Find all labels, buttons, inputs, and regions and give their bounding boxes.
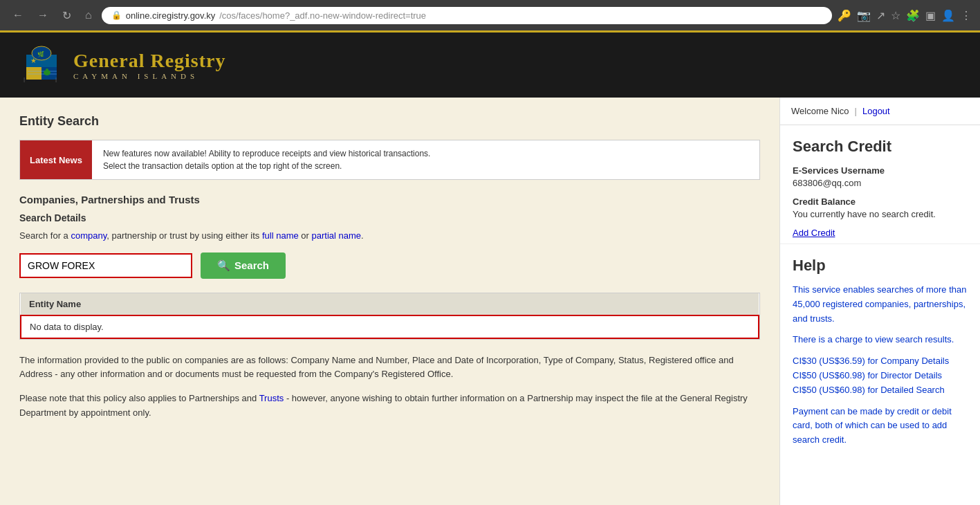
search-credit-section: Search Credit E-Services Username 683806… xyxy=(780,125,980,244)
news-label: Latest News xyxy=(20,140,92,179)
info-text-2: Please note that this policy also applie… xyxy=(19,392,760,421)
svg-point-7 xyxy=(46,68,48,71)
main-layout: Entity Search Latest News New features n… xyxy=(0,98,980,505)
lock-icon: 🔒 xyxy=(111,10,122,20)
search-credit-title: Search Credit xyxy=(793,138,968,156)
screenshot-icon[interactable]: 📷 xyxy=(857,9,871,22)
back-button[interactable]: ← xyxy=(8,8,28,23)
page-title: Entity Search xyxy=(19,114,760,129)
url-path-part: /cos/faces/home?_adf.no-new-window-redir… xyxy=(219,10,426,21)
help-title: Help xyxy=(793,257,968,275)
section-title: Companies, Partnerships and Trusts xyxy=(19,194,760,205)
sidebar: Welcome Nico | Logout Search Credit E-Se… xyxy=(779,98,980,505)
full-name-link[interactable]: full name xyxy=(262,230,299,241)
trusts-link[interactable]: Trusts xyxy=(259,393,284,403)
eservices-label: E-Services Username xyxy=(793,165,968,176)
svg-rect-2 xyxy=(26,67,41,80)
search-button-label: Search xyxy=(234,259,269,271)
url-secure-part: online.ciregistry.gov.ky xyxy=(126,10,216,21)
news-text: New features now available! Ability to r… xyxy=(92,140,442,179)
svg-text:|: | xyxy=(24,76,25,82)
share-icon[interactable]: ↗ xyxy=(876,9,885,22)
results-table-container: Entity Name No data to display. xyxy=(19,293,760,340)
site-logo-area: ★ 🌿 | | General Registry Cayman Islands xyxy=(21,41,226,89)
window-icon[interactable]: ▣ xyxy=(925,9,936,22)
content-area: Entity Search Latest News New features n… xyxy=(0,98,779,505)
company-link[interactable]: company xyxy=(71,230,107,241)
no-data-cell: No data to display. xyxy=(21,315,759,338)
crest-logo: ★ 🌿 | | xyxy=(21,41,62,89)
help-text-2: There is a charge to view search results… xyxy=(793,333,968,347)
credit-balance-label: Credit Balance xyxy=(793,196,968,207)
welcome-text: Welcome Nico xyxy=(791,106,849,116)
search-description: Search for a company, partnership or tru… xyxy=(19,229,760,243)
help-text-1: This service enables searches of more th… xyxy=(793,283,968,326)
help-section: Help This service enables searches of mo… xyxy=(780,244,980,467)
news-banner: Latest News New features now available! … xyxy=(19,140,760,180)
site-header: ★ 🌿 | | General Registry Cayman Islands xyxy=(0,30,980,98)
search-icon: 🔍 xyxy=(217,259,230,272)
table-header-entity-name: Entity Name xyxy=(21,293,759,315)
reload-button[interactable]: ↻ xyxy=(58,8,75,24)
help-text-3: CI$30 (US$36.59) for Company Details CI$… xyxy=(793,354,968,397)
help-text-4: Payment can be made by credit or debit c… xyxy=(793,405,968,448)
logout-link[interactable]: Logout xyxy=(862,106,890,116)
menu-icon[interactable]: ⋮ xyxy=(961,9,972,22)
results-table: Entity Name No data to display. xyxy=(20,293,759,339)
search-button[interactable]: 🔍 Search xyxy=(201,252,286,279)
key-icon[interactable]: 🔑 xyxy=(838,9,851,22)
address-bar[interactable]: 🔒 online.ciregistry.gov.ky /cos/faces/ho… xyxy=(102,7,832,24)
separator: | xyxy=(855,106,857,116)
credit-balance-value: You currently have no search credit. xyxy=(793,209,968,219)
svg-text:|: | xyxy=(55,76,57,82)
eservices-value: 683806@qq.com xyxy=(793,178,968,188)
browser-tools: 🔑 📷 ↗ ☆ 🧩 ▣ 👤 ⋮ xyxy=(838,9,972,22)
sidebar-top-bar: Welcome Nico | Logout xyxy=(780,98,980,125)
site-title: General Registry xyxy=(73,50,226,72)
partial-name-link[interactable]: partial name xyxy=(312,230,362,241)
site-subtitle: Cayman Islands xyxy=(73,72,226,80)
info-text-1: The information provided to the public o… xyxy=(19,354,760,383)
site-title-block: General Registry Cayman Islands xyxy=(73,50,226,80)
extensions-icon[interactable]: 🧩 xyxy=(906,9,920,22)
forward-button[interactable]: → xyxy=(33,8,53,23)
browser-chrome: ← → ↻ ⌂ 🔒 online.ciregistry.gov.ky /cos/… xyxy=(0,0,980,30)
search-input[interactable] xyxy=(19,253,192,278)
bookmark-icon[interactable]: ☆ xyxy=(891,9,900,22)
search-form: 🔍 Search xyxy=(19,252,760,279)
profile-icon[interactable]: 👤 xyxy=(941,9,955,22)
svg-text:🌿: 🌿 xyxy=(37,50,44,57)
table-row: No data to display. xyxy=(21,315,759,338)
subsection-title: Search Details xyxy=(19,212,760,223)
home-button[interactable]: ⌂ xyxy=(81,8,96,23)
add-credit-link[interactable]: Add Credit xyxy=(793,228,835,238)
